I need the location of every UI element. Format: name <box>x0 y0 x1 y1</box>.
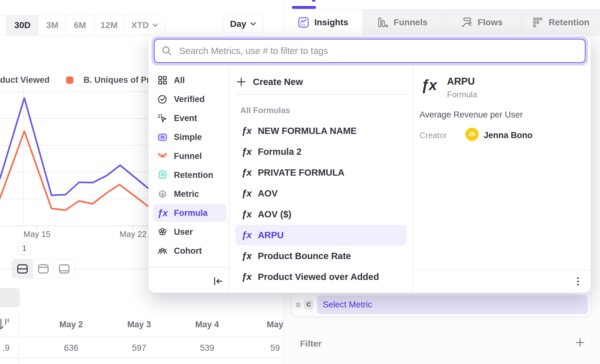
app-window: 30D 3M 6M 12M XTD Day duct Viewed B. Uni… <box>0 0 600 364</box>
search-icon <box>162 46 172 56</box>
metric-hexagon-icon <box>157 189 168 199</box>
create-new-button[interactable]: Create New <box>236 74 407 90</box>
table-header-may2[interactable]: May 2 <box>47 320 95 330</box>
table-header-may3[interactable]: May 3 <box>115 320 163 330</box>
formula-item[interactable]: ƒx Formula 2 <box>235 142 407 161</box>
tab-label: Funnels <box>394 17 427 27</box>
time-range-12m[interactable]: 12M <box>94 15 125 35</box>
series-line-a <box>0 98 149 195</box>
more-options-button[interactable] <box>571 274 585 288</box>
plus-icon <box>236 77 246 87</box>
granularity-dropdown[interactable]: Day <box>223 15 263 33</box>
drag-handle-icon[interactable] <box>295 301 301 308</box>
category-label: Metric <box>174 189 199 199</box>
chevron-down-icon <box>250 22 256 26</box>
formula-item[interactable]: ƒx NEW FORMULA NAME <box>235 121 407 141</box>
formula-fx-icon: ƒx <box>157 208 168 218</box>
time-range-stub[interactable] <box>0 15 7 35</box>
time-range-xtd[interactable]: XTD <box>125 15 165 35</box>
retention-cup-icon <box>157 170 168 180</box>
legend-item-a[interactable]: duct Viewed <box>0 75 50 85</box>
category-metric[interactable]: Metric <box>149 185 229 203</box>
table-row-label: .9 <box>0 343 9 353</box>
fx-icon: ƒx <box>242 209 251 220</box>
add-filter-button[interactable] <box>575 337 585 348</box>
collapse-sidebar-button[interactable] <box>211 275 225 288</box>
search-placeholder: Search Metrics, use # to filter to tags <box>179 46 328 56</box>
formula-detail-fx-icon: ƒx <box>421 76 443 94</box>
category-formula[interactable]: ƒx Formula <box>149 203 229 222</box>
cohort-people-icon <box>157 246 168 256</box>
verified-badge-icon <box>157 94 168 104</box>
category-label: All <box>174 76 185 85</box>
fx-icon: ƒx <box>242 271 251 282</box>
layout-panel-bottom-button[interactable] <box>54 259 75 278</box>
category-label: Formula <box>174 208 208 218</box>
category-label: User <box>174 227 193 237</box>
tab-label: Flows <box>478 17 503 27</box>
formula-detail-type: Formula <box>447 90 477 100</box>
formula-item[interactable]: ƒx AOV <box>235 184 407 203</box>
search-input[interactable]: Search Metrics, use # to filter to tags <box>154 39 585 63</box>
formula-item[interactable]: ƒx AOV ($) <box>235 204 407 224</box>
create-new-label: Create New <box>253 77 303 87</box>
formula-description: Average Revenue per User <box>419 110 523 120</box>
chevron-down-icon <box>152 23 158 27</box>
tab-insights[interactable]: Insights <box>284 9 363 35</box>
clause-letter-badge: C <box>304 300 313 309</box>
fx-icon: ƒx <box>242 230 251 240</box>
formula-name: NEW FORMULA NAME <box>258 126 357 136</box>
time-range-30d[interactable]: 30D <box>7 15 39 35</box>
grid-icon <box>157 75 168 85</box>
formula-name: AOV <box>258 188 278 199</box>
category-all[interactable]: All <box>149 71 229 90</box>
category-cohort[interactable]: Cohort <box>149 241 229 260</box>
column-divider <box>229 66 230 293</box>
series-tab-chip[interactable] <box>0 288 20 307</box>
table-column-divider <box>18 311 19 364</box>
category-divider <box>149 267 229 268</box>
formula-name: PRIVATE FORMULA <box>258 167 344 178</box>
layout-split-rows-button[interactable] <box>12 259 33 278</box>
category-label: Verified <box>174 94 205 104</box>
active-tab-indicator-tip <box>312 0 315 2</box>
fx-icon: ƒx <box>242 251 251 261</box>
event-cursor-icon <box>157 113 168 123</box>
table-cell: 539 <box>183 343 231 353</box>
formula-item[interactable]: ƒx PRIVATE FORMULA <box>235 163 407 182</box>
formula-item[interactable]: ƒx Product Viewed over Added <box>235 267 407 287</box>
formulas-section-title: All Formulas <box>240 106 290 115</box>
category-simple[interactable]: Simple <box>149 128 229 147</box>
report-tabbar: Insights Funnels Flows <box>284 9 600 36</box>
page-number-chip[interactable]: 1 <box>18 242 31 255</box>
formula-detail-title: ARPU <box>447 76 475 87</box>
list-divider <box>236 94 409 95</box>
sort-descending-icon[interactable] <box>0 318 9 331</box>
layout-toggle-group <box>12 259 75 279</box>
time-range-6m[interactable]: 6M <box>66 15 94 35</box>
tab-flows[interactable]: Flows <box>442 9 521 35</box>
category-retention[interactable]: Retention <box>149 166 229 185</box>
creator-avatar: JB <box>465 128 479 141</box>
metric-picker-modal: Search Metrics, use # to filter to tags … <box>149 35 591 293</box>
tab-indicator-strip <box>284 0 600 9</box>
retention-dots-icon <box>532 17 544 28</box>
formula-item[interactable]: ƒx Product Bounce Rate <box>235 246 407 266</box>
formula-name: Formula 2 <box>258 147 302 157</box>
creator-label: Creator <box>419 130 447 140</box>
formula-item-selected[interactable]: ƒx ARPU <box>235 225 407 246</box>
category-funnel[interactable]: Funnel <box>149 147 229 166</box>
category-verified[interactable]: Verified <box>149 90 229 109</box>
table-header-may4[interactable]: May 4 <box>183 320 231 330</box>
category-label: Event <box>174 113 197 123</box>
time-range-3m[interactable]: 3M <box>39 15 66 35</box>
tab-retention[interactable]: Retention <box>521 9 600 35</box>
split-rows-icon <box>17 264 28 274</box>
category-user[interactable]: User <box>149 222 229 241</box>
select-metric-button[interactable]: Select Metric <box>317 295 588 314</box>
x-tick-may15: May 15 <box>15 229 59 239</box>
fx-icon: ƒx <box>242 125 251 136</box>
layout-panel-top-button[interactable] <box>33 259 54 278</box>
tab-funnels[interactable]: Funnels <box>363 9 442 35</box>
category-event[interactable]: Event <box>149 109 229 128</box>
